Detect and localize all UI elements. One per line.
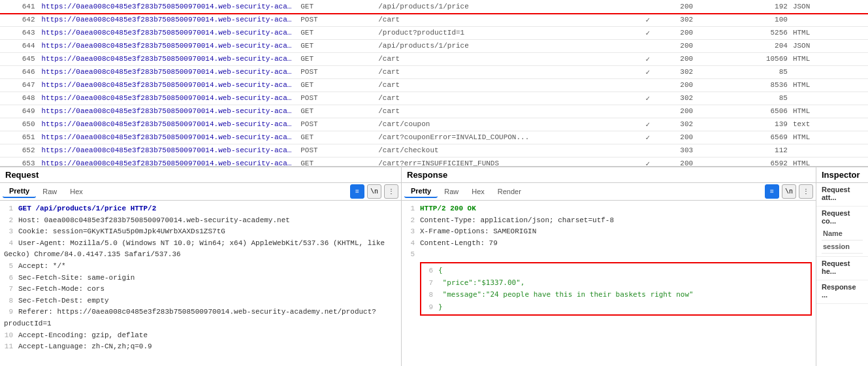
tab-response-render[interactable]: Render <box>491 186 528 197</box>
row-mime <box>790 144 868 157</box>
row-tick: ✓ <box>635 157 661 167</box>
line-text: Sec-Fetch-Dest: empty <box>18 297 109 305</box>
line-text: Sec-Fetch-Mode: cors <box>18 285 104 293</box>
table-row[interactable]: 644 https://0aea008c0485e3f283b750850097… <box>0 39 868 52</box>
table-row[interactable]: 648 https://0aea008c0485e3f283b750850097… <box>0 92 868 105</box>
row-method: GET <box>298 105 376 118</box>
tab-request-hex[interactable]: Hex <box>63 186 89 197</box>
request-panel-header: Request <box>0 167 401 183</box>
line-number: 6 <box>424 265 433 277</box>
inspector-request-cookies[interactable]: Request co... Name session <box>816 207 868 257</box>
tab-response-raw[interactable]: Raw <box>438 186 465 197</box>
row-tick <box>635 144 661 157</box>
inspector-req-headers-label: Request he... <box>822 259 863 275</box>
row-host: https://0aea008c0485e3f283b7508500970014… <box>39 144 298 157</box>
table-row[interactable]: 650 https://0aea008c0485e3f283b750850097… <box>0 118 868 131</box>
row-num: 645 <box>0 52 39 65</box>
response-line: 2Content-Type: application/json; charset… <box>406 215 812 227</box>
row-path: /cart <box>376 105 635 118</box>
row-mime <box>790 92 868 105</box>
inspector-request-attributes[interactable]: Request att... <box>816 183 868 207</box>
json-line: 7 "price":"$1337.00", <box>424 277 808 290</box>
line-text: Referer: https://0aea008c0485e3f283b7508… <box>4 308 376 327</box>
response-icon-wrap[interactable]: \n <box>782 184 796 199</box>
row-method: POST <box>298 118 376 131</box>
request-icon-more[interactable]: ⋮ <box>384 184 398 199</box>
request-panel: Request Pretty Raw Hex ≡ \n ⋮ 1GET /api/… <box>0 167 402 366</box>
row-mime: HTML <box>790 131 868 144</box>
table-row[interactable]: 647 https://0aea008c0485e3f283b750850097… <box>0 78 868 92</box>
row-status: 200 <box>661 0 713 13</box>
table-row[interactable]: 645 https://0aea008c0485e3f283b750850097… <box>0 52 868 65</box>
row-host: https://0aea008c0485e3f283b7508500970014… <box>39 105 298 118</box>
tab-request-raw[interactable]: Raw <box>36 186 63 197</box>
row-status: 200 <box>661 157 713 167</box>
row-method: GET <box>298 157 376 167</box>
row-tick: ✓ <box>635 92 661 105</box>
row-status: 200 <box>661 105 713 118</box>
row-path: /api/products/1/price <box>376 39 635 52</box>
response-icon-more[interactable]: ⋮ <box>799 184 813 199</box>
table-row[interactable]: 646 https://0aea008c0485e3f283b750850097… <box>0 65 868 78</box>
row-path: /cart <box>376 78 635 92</box>
response-line-text: Content-Length: 79 <box>420 239 498 247</box>
request-content: 1GET /api/products/1/price HTTP/22Host: … <box>0 201 401 366</box>
row-host: https://0aea008c0485e3f283b7508500970014… <box>39 26 298 39</box>
line-text: GET /api/products/1/price HTTP/2 <box>18 205 156 212</box>
line-text: Accept-Language: zh-CN,zh;q=0.9 <box>18 342 152 350</box>
request-line: 1GET /api/products/1/price HTTP/2 <box>4 203 397 215</box>
row-num: 648 <box>0 92 39 105</box>
row-length: 112 <box>713 144 790 157</box>
table-row[interactable]: 641 https://0aea008c0485e3f283b750850097… <box>0 0 868 13</box>
response-line-text: HTTP/2 200 OK <box>420 205 476 212</box>
line-number: 5 <box>406 249 415 261</box>
line-number: 10 <box>4 330 13 342</box>
inspector-request-headers[interactable]: Request he... <box>816 257 868 280</box>
table-row[interactable]: 649 https://0aea008c0485e3f283b750850097… <box>0 105 868 118</box>
line-number: 7 <box>424 278 433 290</box>
json-line: 6{ <box>424 265 808 277</box>
response-line: 3X-Frame-Options: SAMEORIGIN <box>406 226 812 238</box>
tab-response-hex[interactable]: Hex <box>465 186 491 197</box>
row-length: 5256 <box>713 26 790 39</box>
row-num: 649 <box>0 105 39 118</box>
json-line-text: "message":"24 people have this in their … <box>438 290 694 299</box>
request-line: 4User-Agent: Mozilla/5.0 (Windows NT 10.… <box>4 238 397 261</box>
table-row[interactable]: 643 https://0aea008c0485e3f283b750850097… <box>0 26 868 39</box>
row-host: https://0aea008c0485e3f283b7508500970014… <box>39 0 298 13</box>
json-line-text: { <box>438 266 443 274</box>
tab-response-pretty[interactable]: Pretty <box>404 185 438 198</box>
row-mime <box>790 65 868 78</box>
table-row[interactable]: 642 https://0aea008c0485e3f283b750850097… <box>0 13 868 26</box>
line-text: User-Agent: Mozilla/5.0 (Windows NT 10.0… <box>4 239 385 259</box>
row-status: 302 <box>661 92 713 105</box>
response-line: 1HTTP/2 200 OK <box>406 203 812 215</box>
inspector-response-label: Response ... <box>822 283 863 299</box>
line-number: 7 <box>4 284 13 295</box>
row-host: https://0aea008c0485e3f283b7508500970014… <box>39 92 298 105</box>
row-tick: ✓ <box>635 118 661 131</box>
table-row[interactable]: 652 https://0aea008c0485e3f283b750850097… <box>0 144 868 157</box>
inspector-response[interactable]: Response ... <box>816 280 868 304</box>
inspector-req-cookies-label: Request co... <box>822 209 863 225</box>
row-host: https://0aea008c0485e3f283b7508500970014… <box>39 52 298 65</box>
request-icon-list[interactable]: ≡ <box>350 184 364 199</box>
row-mime: HTML <box>790 52 868 65</box>
request-icon-wrap[interactable]: \n <box>367 184 381 199</box>
table-row[interactable]: 651 https://0aea008c0485e3f283b750850097… <box>0 131 868 144</box>
row-method: POST <box>298 144 376 157</box>
row-mime: JSON <box>790 39 868 52</box>
tab-request-pretty[interactable]: Pretty <box>3 185 36 198</box>
inspector-col-name-header: Name <box>822 227 860 240</box>
request-line: 7Sec-Fetch-Mode: cors <box>4 284 397 295</box>
row-mime: JSON <box>790 0 868 13</box>
response-icon-list[interactable]: ≡ <box>765 184 779 199</box>
table-row[interactable]: 653 https://0aea008c0485e3f283b750850097… <box>0 157 868 167</box>
row-num: 642 <box>0 13 39 26</box>
request-line: 3Cookie: session=GKyKTIA5u5p0mJpk4UWrbXA… <box>4 226 397 238</box>
row-status: 302 <box>661 65 713 78</box>
row-status: 200 <box>661 39 713 52</box>
row-method: GET <box>298 131 376 144</box>
line-number: 1 <box>4 203 13 215</box>
row-tick <box>635 0 661 13</box>
